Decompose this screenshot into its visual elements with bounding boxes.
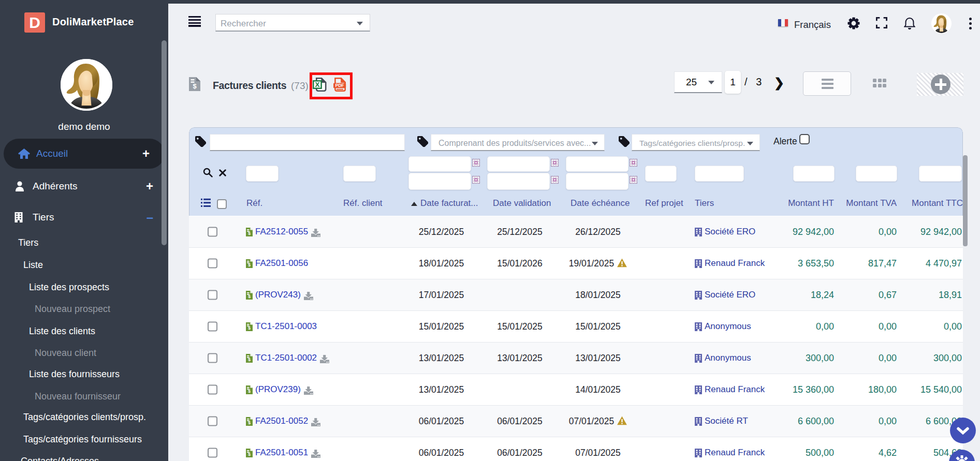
svg-text:$: $ bbox=[248, 294, 251, 299]
svg-text:$: $ bbox=[248, 357, 251, 362]
svg-text:$: $ bbox=[248, 452, 251, 457]
svg-text:$: $ bbox=[248, 231, 251, 236]
svg-text:$: $ bbox=[248, 389, 251, 394]
svg-text:$: $ bbox=[248, 262, 251, 267]
svg-text:$: $ bbox=[193, 82, 197, 90]
svg-text:$: $ bbox=[248, 325, 251, 331]
svg-text:$: $ bbox=[248, 420, 251, 425]
